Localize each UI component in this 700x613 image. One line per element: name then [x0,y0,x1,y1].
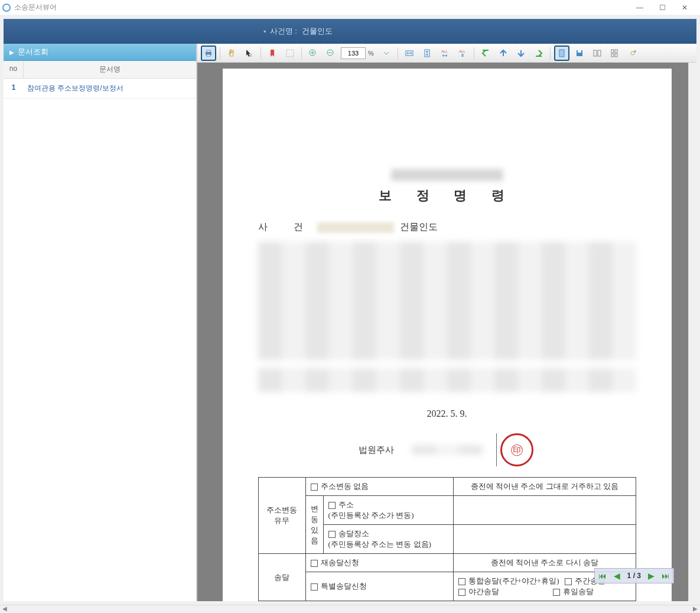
case-field-value: 건물인도 [400,221,438,233]
document-row[interactable]: 1 참여관용 주소보정명령/보정서 [4,79,196,99]
app-icon [2,4,11,12]
close-button[interactable]: ✕ [678,2,692,14]
maximize-button[interactable]: ☐ [655,2,669,14]
case-label: 사건명 : [270,26,297,37]
thumbnail-button[interactable] [607,46,623,61]
seal-icon: ㊞ [500,433,533,466]
svg-rect-11 [559,50,564,57]
svg-text:ALL: ALL [441,50,448,53]
svg-rect-17 [615,50,617,53]
print-button[interactable] [201,46,216,61]
fit-height-button[interactable] [419,46,435,61]
viewer-panel: I % [197,44,696,601]
svg-rect-15 [598,50,601,56]
case-banner: • 사건명 : 건물인도 [4,19,696,44]
pager-next-icon[interactable]: ▶ [648,571,655,580]
single-page-button[interactable] [554,46,569,61]
pan-button[interactable] [224,46,239,61]
document-list-panel: 문서조회 no 문서명 1 참여관용 주소보정명령/보정서 [4,44,197,601]
svg-rect-18 [611,54,614,57]
horizontal-scrollbar[interactable]: ◀▶ [0,605,700,613]
prev-page-button[interactable] [496,46,511,61]
document-view[interactable]: 보 정 명 령 사 건 건물인도 BLG ZYNGIROK 2022. 5. 9… [197,63,696,601]
pager-last-icon[interactable]: ⏭ [662,571,670,580]
fit-all-tall-button[interactable]: ALL [455,46,470,61]
pager-text: 1 / 3 [627,572,641,580]
zoom-dropdown-button[interactable] [379,46,394,61]
svg-point-20 [631,51,634,55]
svg-text:ALL: ALL [459,50,465,53]
svg-text:I: I [250,53,252,57]
page-navigator: ⏮ ◀ 1 / 3 ▶ ⏭ [594,568,674,583]
bookmark-button[interactable] [265,46,280,61]
fit-all-wide-button[interactable]: ALL [437,46,452,61]
pager-prev-icon[interactable]: ◀ [614,571,620,580]
marquee-button[interactable] [282,46,298,61]
svg-rect-2 [207,54,210,56]
row-no: 1 [4,79,24,98]
svg-rect-4 [286,50,294,57]
fit-width-button[interactable] [402,46,417,61]
zoom-out-button[interactable] [323,46,338,61]
zoom-percent-label: % [368,50,374,57]
svg-rect-13 [578,50,581,53]
two-page-button[interactable] [590,46,605,61]
svg-rect-1 [207,50,210,52]
column-header-name: 문서명 [24,61,196,78]
pointer-button[interactable]: I [242,46,257,61]
svg-rect-19 [615,54,617,57]
next-page-button[interactable] [513,46,529,61]
doc-title: 보 정 명 령 [258,187,636,205]
svg-rect-14 [594,50,597,56]
minimize-button[interactable]: — [633,2,647,14]
zoom-in-button[interactable] [305,46,321,61]
first-page-button[interactable] [478,46,493,61]
document-page: 보 정 명 령 사 건 건물인도 BLG ZYNGIROK 2022. 5. 9… [223,69,672,601]
case-field-label: 사 건 [258,221,311,233]
vertical-scrollbar[interactable] [688,63,696,601]
svg-point-21 [634,50,636,53]
last-page-button[interactable] [531,46,546,61]
table-cell: 주소변동 유무 [258,478,305,554]
toolbar: I % [197,44,696,63]
clerk-label: 법원주사 [359,445,394,456]
title-bar: 소송문서뷰어 — ☐ ✕ [0,0,700,15]
case-name: 건물인도 [302,26,333,37]
pager-first-icon[interactable]: ⏮ [598,571,607,580]
doc-date: 2022. 5. 9. [258,408,636,419]
window-title: 소송문서뷰어 [14,2,57,12]
zoom-input[interactable] [341,47,366,59]
panel-header: 문서조회 [4,44,196,61]
settings-button[interactable] [625,46,640,61]
column-header-no: no [4,61,24,78]
save-button[interactable] [572,46,587,61]
svg-rect-16 [611,50,614,53]
address-table: 주소변동 유무 주소변동 없음 종전에 적어낸 주소에 그대로 거주하고 있음 … [258,477,636,601]
row-name: 참여관용 주소보정명령/보정서 [24,79,196,98]
